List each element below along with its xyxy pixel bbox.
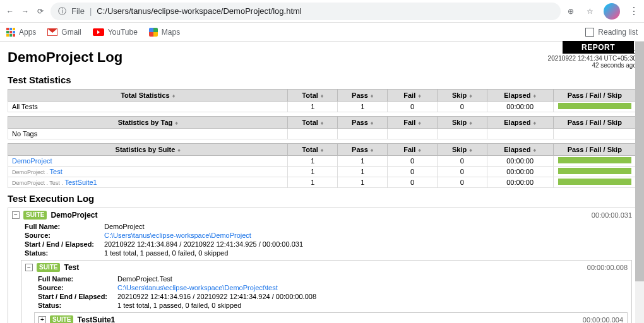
file-label: File <box>71 6 85 16</box>
suite-time: 00:00:00.008 <box>587 264 628 271</box>
forward-icon[interactable]: → <box>20 6 30 16</box>
source-link[interactable]: C:\Users\tanus\eclipse-workspace\DemoPro… <box>104 232 251 239</box>
suite-testsuite1: + SUITE TestSuite1 00:00:00.004 <box>34 312 628 323</box>
browser-toolbar: ← → ⟳ ⓘ File | C:/Users/tanus/eclipse-wo… <box>0 0 644 23</box>
total-statistics-table: Total Statistics♦ Total♦ Pass♦ Fail♦ Ski… <box>8 89 636 112</box>
suite-name[interactable]: TestSuite1 <box>77 315 115 323</box>
source-link[interactable]: C:\Users\tanus\eclipse-workspace\DemoPro… <box>117 284 278 291</box>
table-row: All Tests110000:00:00 <box>8 102 636 112</box>
test-statistics-heading: Test Statistics <box>8 74 636 85</box>
back-icon[interactable]: ← <box>5 6 15 16</box>
report-tab-button[interactable]: REPORT <box>563 41 634 54</box>
reading-list-icon <box>585 28 594 37</box>
apps-bookmark[interactable]: Apps <box>6 28 36 37</box>
url-text: C:/Users/tanus/eclipse-workspace/DemoPro… <box>97 6 301 16</box>
col-total[interactable]: Total♦ <box>288 90 338 102</box>
apps-icon <box>6 28 15 37</box>
sort-icon: ♦ <box>172 93 176 99</box>
col-total-stats[interactable]: Total Statistics♦ <box>8 90 288 102</box>
suite-test: − SUITE Test 00:00:00.008 Full Name:Demo… <box>21 260 632 323</box>
col-elapsed[interactable]: Elapsed♦ <box>487 90 553 102</box>
suite-name[interactable]: DemoProject <box>51 211 97 220</box>
suite-badge: SUITE <box>23 211 47 220</box>
suite-name[interactable]: Test <box>64 263 79 272</box>
info-icon: ⓘ <box>58 6 66 17</box>
page-title: DemoProject Log <box>8 49 122 66</box>
suite-time: 00:00:00.031 <box>592 211 632 219</box>
table-row: DemoProject . Test110000:00:00 <box>8 167 636 177</box>
reading-list[interactable]: Reading list <box>585 28 638 37</box>
collapse-toggle[interactable]: − <box>25 264 33 271</box>
maps-icon <box>149 28 158 37</box>
no-tags-cell: No Tags <box>8 129 288 139</box>
youtube-bookmark[interactable]: YouTube <box>93 28 138 37</box>
reload-icon[interactable]: ⟳ <box>35 6 45 16</box>
search-icon[interactable]: ⊕ <box>566 6 576 16</box>
suite-badge: SUITE <box>50 315 73 323</box>
gmail-bookmark[interactable]: Gmail <box>47 28 81 37</box>
col-skip[interactable]: Skip♦ <box>437 90 487 102</box>
separator: | <box>90 6 92 16</box>
menu-icon[interactable]: ⋮ <box>629 5 639 17</box>
table-row: No Tags <box>8 129 636 139</box>
suite-badge: SUITE <box>37 263 60 272</box>
star-icon[interactable]: ☆ <box>585 6 595 16</box>
address-bar[interactable]: ⓘ File | C:/Users/tanus/eclipse-workspac… <box>51 3 561 20</box>
tag-statistics-table: Statistics by Tag♦ Total♦ Pass♦ Fail♦ Sk… <box>8 116 636 139</box>
bookmark-bar: Apps Gmail YouTube Maps Reading list <box>0 23 644 42</box>
suite-link[interactable]: TestSuite1 <box>64 179 97 186</box>
col-stats-by-tag[interactable]: Statistics by Tag♦ <box>8 117 288 129</box>
profile-avatar[interactable] <box>604 3 620 20</box>
col-stats-by-suite[interactable]: Statistics by Suite♦ <box>8 144 288 156</box>
suite-link[interactable]: DemoProject <box>12 157 52 165</box>
gmail-icon <box>47 28 57 36</box>
collapse-toggle[interactable]: − <box>12 211 20 219</box>
table-row: DemoProject . Test . TestSuite1110000:00… <box>8 177 636 188</box>
youtube-icon <box>93 28 104 36</box>
suite-demoproject: − SUITE DemoProject 00:00:00.031 Full Na… <box>8 208 636 323</box>
col-pass[interactable]: Pass♦ <box>338 90 388 102</box>
vertical-scrollbar[interactable] <box>635 42 644 323</box>
suite-statistics-table: Statistics by Suite♦ Total♦ Pass♦ Fail♦ … <box>8 143 636 188</box>
suite-time: 00:00:00.004 <box>583 316 623 323</box>
test-execution-log-heading: Test Execution Log <box>8 193 636 204</box>
col-pfs: Pass / Fail / Skip <box>553 90 636 102</box>
suite-link[interactable]: Test <box>50 168 63 175</box>
maps-bookmark[interactable]: Maps <box>149 28 180 37</box>
expand-toggle[interactable]: + <box>39 316 46 323</box>
table-row: DemoProject110000:00:00 <box>8 156 636 167</box>
col-fail[interactable]: Fail♦ <box>388 90 438 102</box>
